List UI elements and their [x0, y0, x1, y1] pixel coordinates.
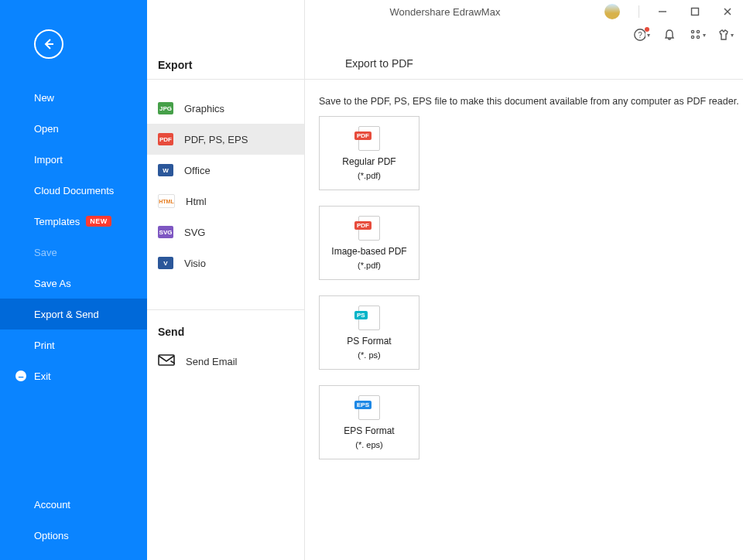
- sidebar-nav: New Open Import Cloud Documents Template…: [0, 82, 147, 391]
- send-item-label: Send Email: [186, 356, 237, 367]
- export-item-office[interactable]: W Office: [147, 155, 304, 186]
- document-icon: PDF: [358, 126, 380, 151]
- card-ext: (*.pdf): [358, 171, 381, 180]
- ps-tag-icon: PS: [354, 311, 368, 319]
- svg-icon: SVG: [158, 226, 173, 238]
- export-card-grid: PDF Regular PDF (*.pdf) PDF Image-based …: [319, 116, 419, 459]
- export-item-html[interactable]: HTML Html: [147, 186, 304, 217]
- sidebar-item-print[interactable]: Print: [0, 330, 147, 360]
- sidebar-item-label: Account: [34, 499, 70, 510]
- card-ext: (*. eps): [355, 440, 382, 449]
- card-eps-format[interactable]: EPS EPS Format (*. eps): [319, 385, 419, 459]
- send-header: Send: [147, 310, 304, 346]
- sidebar-item-templates[interactable]: Templates NEW: [0, 206, 147, 237]
- export-item-pdf-ps-eps[interactable]: PDF PDF, PS, EPS: [147, 124, 304, 155]
- new-badge: NEW: [86, 216, 111, 227]
- sidebar-item-cloud-documents[interactable]: Cloud Documents: [0, 175, 147, 206]
- exit-icon: –: [15, 370, 26, 381]
- card-image-based-pdf[interactable]: PDF Image-based PDF (*.pdf): [319, 206, 419, 280]
- sidebar-item-label: New: [34, 92, 54, 104]
- document-icon: EPS: [358, 395, 380, 420]
- export-item-label: SVG: [184, 227, 205, 238]
- sidebar-item-export-send[interactable]: Export & Send: [0, 299, 147, 330]
- sidebar-item-save: Save: [0, 237, 147, 268]
- detail-panel: Export to PDF Save to the PDF, PS, EPS f…: [305, 0, 743, 560]
- sidebar-item-exit[interactable]: – Exit: [0, 360, 147, 391]
- document-icon: PS: [358, 306, 380, 330]
- export-item-label: Visio: [184, 258, 206, 269]
- app-root: Wondershare EdrawMax ? ▾ ▾ ▾: [0, 0, 743, 560]
- sidebar-item-label: Export & Send: [34, 309, 99, 320]
- export-item-label: Graphics: [184, 103, 224, 114]
- sidebar-item-label: Print: [34, 340, 55, 351]
- card-title: PS Format: [347, 336, 391, 347]
- pdf-tag-icon: PDF: [354, 221, 372, 230]
- html-icon: HTML: [158, 194, 175, 208]
- card-regular-pdf[interactable]: PDF Regular PDF (*.pdf): [319, 116, 419, 190]
- sidebar-item-label: Exit: [34, 370, 51, 382]
- sidebar-item-label: Cloud Documents: [34, 185, 114, 196]
- backstage-sidebar: New Open Import Cloud Documents Template…: [0, 0, 147, 560]
- envelope-icon: [158, 354, 175, 369]
- pdf-icon: PDF: [158, 133, 173, 145]
- pdf-tag-icon: PDF: [354, 131, 372, 140]
- sidebar-item-label: Import: [34, 154, 63, 166]
- sidebar-item-new[interactable]: New: [0, 82, 147, 113]
- sidebar-item-import[interactable]: Import: [0, 144, 147, 175]
- export-item-label: PDF, PS, EPS: [184, 134, 248, 145]
- card-title: EPS Format: [344, 426, 394, 437]
- card-ext: (*. ps): [358, 350, 380, 360]
- export-format-list: JPG Graphics PDF PDF, PS, EPS W Office H…: [147, 93, 304, 278]
- sidebar-item-label: Save As: [34, 278, 71, 289]
- export-item-svg[interactable]: SVG SVG: [147, 217, 304, 248]
- export-item-label: Office: [184, 165, 211, 176]
- export-column: Export JPG Graphics PDF PDF, PS, EPS W O…: [147, 0, 305, 560]
- visio-icon: V: [158, 257, 173, 269]
- export-item-label: Html: [186, 196, 207, 207]
- card-ps-format[interactable]: PS PS Format (*. ps): [319, 295, 419, 370]
- word-icon: W: [158, 164, 173, 176]
- sidebar-item-label: Templates: [34, 216, 80, 227]
- sidebar-item-label: Open: [34, 123, 59, 135]
- sidebar-nav-bottom: Account Options: [0, 489, 147, 551]
- detail-title: Export to PDF: [345, 57, 413, 70]
- export-item-visio[interactable]: V Visio: [147, 248, 304, 278]
- document-icon: PDF: [358, 216, 380, 241]
- card-ext: (*.pdf): [358, 261, 381, 270]
- sidebar-item-account[interactable]: Account: [0, 489, 147, 520]
- back-button[interactable]: [34, 29, 63, 59]
- detail-hint: Save to the PDF, PS, EPS file to make th…: [319, 96, 739, 107]
- sidebar-item-save-as[interactable]: Save As: [0, 268, 147, 299]
- sidebar-item-open[interactable]: Open: [0, 113, 147, 144]
- sidebar-item-label: Save: [34, 247, 57, 258]
- export-item-graphics[interactable]: JPG Graphics: [147, 93, 304, 124]
- card-title: Image-based PDF: [331, 247, 406, 258]
- jpg-icon: JPG: [158, 102, 173, 114]
- export-header: Export: [147, 0, 304, 80]
- send-email-item[interactable]: Send Email: [147, 346, 304, 377]
- sidebar-item-label: Options: [34, 530, 69, 541]
- eps-tag-icon: EPS: [354, 401, 372, 409]
- card-title: Regular PDF: [342, 157, 395, 168]
- sidebar-item-options[interactable]: Options: [0, 520, 147, 551]
- svg-rect-11: [159, 355, 174, 365]
